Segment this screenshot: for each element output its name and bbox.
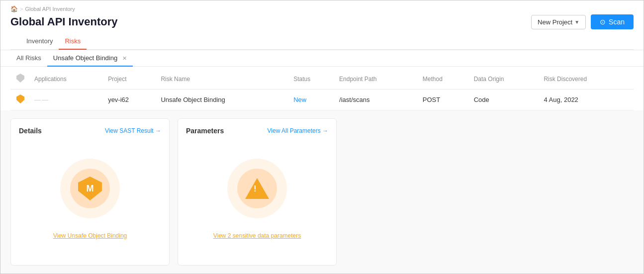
parameters-card-body: ! View 2 sensitive data parameters bbox=[186, 141, 328, 257]
scan-button[interactable]: ⊙ Scan bbox=[591, 14, 634, 29]
details-section: Details View SAST Result → M View Unsafe… bbox=[0, 110, 644, 274]
breadcrumb-separator: > bbox=[20, 6, 23, 12]
header-actions: New Project ▼ ⊙ Scan bbox=[531, 14, 634, 29]
col-method: Method bbox=[419, 69, 470, 90]
chevron-down-icon: ▼ bbox=[574, 19, 579, 25]
breadcrumb: 🏠 > Global API Inventory bbox=[10, 5, 634, 12]
col-status: Status bbox=[289, 69, 335, 90]
risk-table-container: Applications Project Risk Name Status En… bbox=[0, 67, 644, 110]
row-icon-cell bbox=[10, 90, 30, 110]
row-status: New bbox=[289, 90, 335, 110]
warning-icon: ! bbox=[245, 177, 269, 200]
sub-tabs: All Risks Unsafe Object Binding ✕ bbox=[0, 50, 644, 67]
col-applications: Applications bbox=[30, 69, 104, 90]
parameters-card-header: Parameters View All Parameters → bbox=[186, 127, 328, 135]
row-project: yev-i62 bbox=[104, 90, 157, 110]
tab-risks[interactable]: Risks bbox=[59, 33, 87, 50]
details-circle-inner: M bbox=[70, 169, 110, 208]
table-header-row: Applications Project Risk Name Status En… bbox=[10, 69, 634, 90]
row-risk-name: Unsafe Object Binding bbox=[157, 90, 289, 110]
col-risk-name: Risk Name bbox=[157, 69, 289, 90]
row-data-origin: Code bbox=[470, 90, 540, 110]
details-circle-outer: M bbox=[60, 159, 120, 218]
new-project-button[interactable]: New Project ▼ bbox=[531, 15, 586, 29]
parameters-circle-outer: ! bbox=[227, 159, 287, 218]
col-endpoint-path: Endpoint Path bbox=[335, 69, 419, 90]
sub-tab-close-icon[interactable]: ✕ bbox=[122, 55, 127, 61]
view-all-parameters-link[interactable]: View All Parameters → bbox=[268, 127, 329, 134]
scan-icon: ⊙ bbox=[600, 18, 606, 26]
parameters-circle-inner: ! bbox=[237, 169, 277, 208]
risk-table: Applications Project Risk Name Status En… bbox=[10, 69, 634, 110]
details-card: Details View SAST Result → M View Unsafe… bbox=[10, 118, 170, 266]
view-unsafe-object-binding-link[interactable]: View Unsafe Object Binding bbox=[53, 232, 127, 239]
row-method: POST bbox=[419, 90, 470, 110]
view-sensitive-data-link[interactable]: View 2 sensitive data parameters bbox=[213, 232, 301, 239]
row-risk-discovered: 4 Aug, 2022 bbox=[540, 90, 634, 110]
details-title: Details bbox=[19, 127, 42, 135]
sub-tab-all-risks[interactable]: All Risks bbox=[10, 50, 47, 67]
top-tabs: Inventory Risks bbox=[10, 33, 634, 50]
row-applications: —— bbox=[30, 90, 104, 110]
details-card-header: Details View SAST Result → bbox=[19, 127, 161, 135]
parameters-title: Parameters bbox=[186, 127, 224, 135]
shield-header-icon bbox=[16, 74, 24, 83]
col-icon bbox=[10, 69, 30, 90]
sub-tab-unsafe-object-binding[interactable]: Unsafe Object Binding ✕ bbox=[47, 50, 133, 67]
col-data-origin: Data Origin bbox=[470, 69, 540, 90]
tab-inventory[interactable]: Inventory bbox=[20, 33, 59, 50]
parameters-card: Parameters View All Parameters → ! View … bbox=[178, 118, 337, 266]
shield-m-icon: M bbox=[78, 177, 102, 200]
col-risk-discovered: Risk Discovered bbox=[540, 69, 634, 90]
page-title: Global API Inventory bbox=[10, 15, 118, 28]
breadcrumb-current: Global API Inventory bbox=[25, 6, 75, 12]
col-project: Project bbox=[104, 69, 157, 90]
row-endpoint-path: /iast/scans bbox=[335, 90, 419, 110]
view-sast-result-link[interactable]: View SAST Result → bbox=[105, 127, 161, 134]
new-project-label: New Project bbox=[538, 18, 572, 26]
details-card-body: M View Unsafe Object Binding bbox=[19, 141, 161, 257]
home-icon: 🏠 bbox=[10, 5, 18, 12]
table-row[interactable]: —— yev-i62 Unsafe Object Binding New /ia… bbox=[10, 90, 634, 110]
shield-row-icon bbox=[16, 94, 24, 103]
scan-label: Scan bbox=[609, 18, 625, 26]
